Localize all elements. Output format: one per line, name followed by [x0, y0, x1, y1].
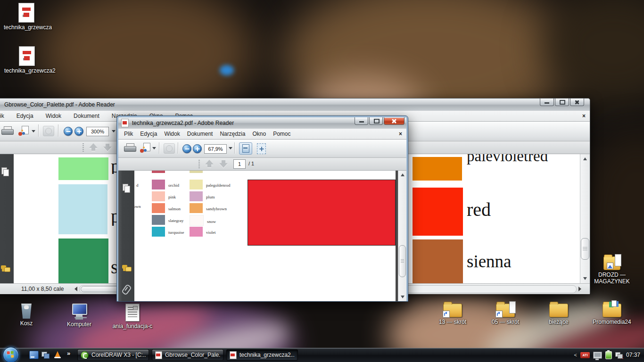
attachments-panel-icon[interactable]: [121, 284, 132, 296]
title-bar[interactable]: Gbrowse_Color_Palette.pdf - Adobe Reader: [0, 99, 590, 111]
clipped-label-glyph: p: [111, 205, 116, 226]
menu-plik[interactable]: Plik: [124, 131, 133, 137]
zoom-out-button[interactable]: [182, 144, 191, 153]
color-swatch: [190, 227, 203, 237]
desktop-icon-label: DROZD — MAGAZYNEK: [590, 272, 634, 285]
taskbar-button-coreldraw[interactable]: CorelDRAW X3 - [C:...: [77, 349, 149, 361]
vlc-icon[interactable]: [53, 351, 62, 358]
print-icon[interactable]: [1, 126, 14, 136]
folder-shortcut-icon: [443, 304, 462, 317]
power-tray-icon[interactable]: [605, 351, 612, 359]
quicklaunch-overflow-chevron[interactable]: »: [67, 350, 70, 357]
scrollbar-thumb[interactable]: [399, 245, 406, 277]
desktop-icon-komputer[interactable]: Komputer: [57, 304, 102, 328]
taskbar-button-technika-grzewcza2[interactable]: technika_grzewcza2....: [226, 349, 298, 361]
folder-icon: [603, 304, 621, 317]
restore-icon: [374, 119, 380, 123]
vertical-scrollbar[interactable]: [398, 171, 406, 301]
switch-windows-icon[interactable]: [41, 351, 50, 358]
scroll-up-icon[interactable]: [580, 155, 590, 163]
display-tray-icon[interactable]: [593, 352, 602, 359]
print-icon[interactable]: [124, 143, 136, 153]
fit-page-button[interactable]: [257, 143, 266, 154]
title-bar[interactable]: technika_grzewcza2.pdf - Adobe Reader: [118, 117, 406, 129]
close-document-icon[interactable]: ×: [582, 113, 586, 119]
close-button[interactable]: [384, 117, 405, 125]
menu-widok[interactable]: Widok: [46, 113, 61, 119]
taskbar: » CorelDRAW X3 - [C:... Gbrowse_Color_Pa…: [0, 348, 644, 362]
close-document-icon[interactable]: ×: [399, 131, 402, 137]
scroll-up-icon[interactable]: [398, 171, 406, 179]
maximize-button[interactable]: [555, 99, 569, 106]
palette-row: slategray: [152, 215, 183, 225]
fit-width-button[interactable]: [239, 142, 252, 155]
zoom-out-button[interactable]: [64, 127, 73, 136]
zoom-level-input[interactable]: 67,9%: [204, 144, 227, 154]
window-title: Gbrowse_Color_Palette.pdf - Adobe Reader: [4, 101, 115, 108]
chevron-down-icon[interactable]: [32, 130, 35, 134]
desktop-icon-technika-grzewcza2[interactable]: technika_grzewcza2: [4, 46, 50, 74]
scrollbar-thumb[interactable]: [581, 238, 589, 260]
pages-panel-icon[interactable]: [123, 184, 131, 193]
comments-panel-icon[interactable]: [122, 265, 131, 272]
desktop-icon-drozd-magazynek[interactable]: DROZD — MAGAZYNEK: [590, 256, 634, 285]
zoom-in-button[interactable]: [74, 127, 83, 136]
menu-narzedzia[interactable]: Narzędzia: [220, 131, 245, 137]
zoom-in-button[interactable]: [193, 144, 202, 153]
desktop-icon-ania-fundacja[interactable]: ania_fundacja-c: [110, 304, 155, 329]
previous-page-button[interactable]: [204, 160, 215, 168]
desktop-icon-promomedia24[interactable]: Promomedia24: [589, 304, 635, 325]
next-page-button[interactable]: [218, 160, 229, 168]
ati-tray-icon[interactable]: ATI: [580, 352, 590, 358]
minimize-button[interactable]: [355, 117, 368, 125]
comments-panel-icon[interactable]: [1, 265, 10, 272]
zoom-level-input[interactable]: 300%: [86, 127, 109, 136]
toolbar: 67,9%: [118, 140, 406, 158]
restore-button[interactable]: [369, 117, 383, 125]
pdf-page: d own orchid pink salmon s: [134, 171, 398, 301]
zoom-dropdown-icon[interactable]: [112, 130, 116, 134]
desktop-icon-technika-grzewcza[interactable]: technika_grzewcza: [4, 3, 49, 31]
next-page-button[interactable]: [102, 143, 113, 151]
scroll-left-icon[interactable]: [74, 287, 77, 291]
palette-row: salmon: [152, 203, 181, 213]
hair-tie: [220, 65, 234, 75]
scroll-right-icon[interactable]: [578, 287, 581, 291]
show-desktop-icon[interactable]: [29, 351, 39, 359]
menu-dokument[interactable]: Dokument: [74, 113, 99, 119]
pages-panel-icon[interactable]: [1, 167, 9, 176]
desktop-icon-label: Promomedia24: [589, 319, 635, 325]
color-swatch: [152, 215, 165, 225]
page-size-status: 11,00 x 8,50 cale: [0, 286, 74, 292]
menu-okno[interactable]: Okno: [252, 131, 266, 137]
desktop-icon-kosz[interactable]: Kosz: [4, 304, 49, 327]
menu-dokument[interactable]: Dokument: [187, 131, 213, 137]
menu-pomoc[interactable]: Pomoc: [273, 131, 290, 137]
clipped-label: own: [134, 204, 141, 209]
menu-edycja[interactable]: Edycja: [17, 113, 33, 119]
scroll-down-icon[interactable]: [398, 293, 406, 301]
chevron-down-icon[interactable]: [152, 147, 156, 151]
network-disconnected-icon[interactable]: [615, 352, 623, 358]
tray-expand-icon[interactable]: <: [574, 352, 577, 358]
start-button[interactable]: [3, 347, 19, 362]
menu-widok[interactable]: Widok: [164, 131, 180, 137]
close-button[interactable]: [570, 99, 584, 106]
minimize-button[interactable]: [540, 99, 554, 106]
previous-page-button[interactable]: [88, 143, 99, 151]
desktop-icon-biezace[interactable]: bieżące: [536, 304, 581, 325]
taskbar-button-gbrowse[interactable]: Gbrowse_Color_Pale...: [152, 349, 223, 361]
menu-plik[interactable]: ik: [0, 113, 4, 119]
send-for-review-icon[interactable]: [18, 126, 29, 136]
zoom-dropdown-icon[interactable]: [229, 147, 232, 151]
page-number-input[interactable]: 1: [233, 159, 246, 169]
error-x-icon: [619, 355, 624, 359]
desktop-icon-13-skrot[interactable]: 13 — skrót: [430, 304, 475, 325]
menu-edycja[interactable]: Edycja: [140, 131, 157, 137]
send-for-review-icon[interactable]: [140, 143, 150, 153]
scroll-down-icon[interactable]: [580, 275, 590, 282]
taskbar-clock[interactable]: 07:37: [626, 352, 640, 358]
desktop-icon-label: technika_grzewcza: [4, 24, 49, 31]
desktop-icon-05-skrot[interactable]: 05 — skrót: [483, 304, 528, 325]
vertical-scrollbar[interactable]: [580, 154, 590, 283]
